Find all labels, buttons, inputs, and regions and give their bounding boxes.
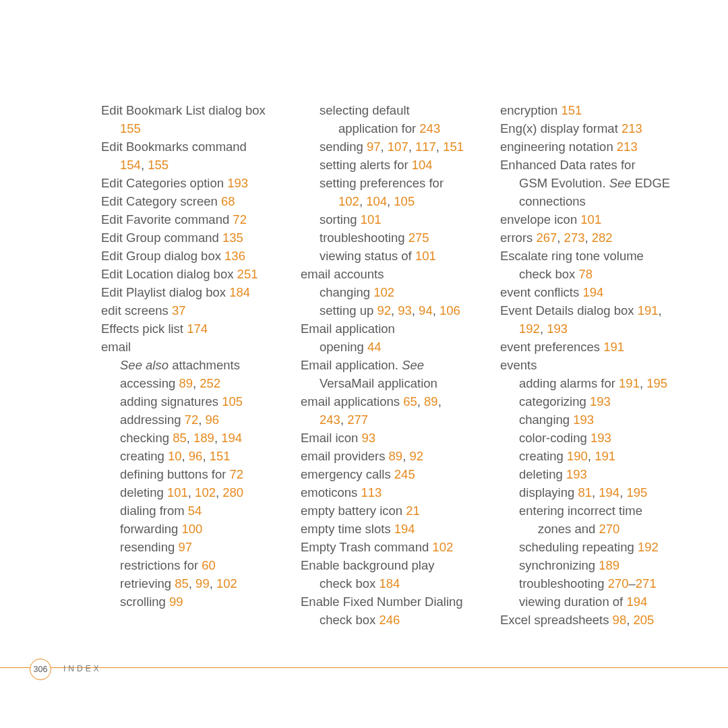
page-ref[interactable]: 191 [619, 376, 640, 390]
page-ref[interactable]: 101 [580, 212, 601, 226]
page-ref[interactable]: 275 [408, 231, 429, 245]
page-ref[interactable]: 85 [173, 431, 187, 445]
page-ref[interactable]: 106 [439, 303, 460, 317]
page-ref[interactable]: 135 [222, 231, 243, 245]
page-ref[interactable]: 99 [169, 595, 183, 609]
page-ref[interactable]: 270 [599, 522, 620, 536]
page-ref[interactable]: 78 [578, 267, 593, 281]
page-ref[interactable]: 113 [361, 485, 382, 499]
page-ref[interactable]: 191 [638, 303, 659, 317]
page-ref[interactable]: 213 [617, 140, 638, 154]
page-ref[interactable]: 97 [178, 540, 192, 554]
page-ref[interactable]: 81 [578, 485, 592, 499]
page-ref[interactable]: 282 [592, 231, 613, 245]
page-ref[interactable]: 191 [595, 449, 615, 463]
page-ref[interactable]: 195 [626, 485, 647, 499]
page-ref[interactable]: 104 [412, 158, 433, 172]
page-ref[interactable]: 194 [626, 595, 647, 609]
page-ref[interactable]: 89 [389, 449, 403, 463]
page-ref[interactable]: 92 [377, 303, 391, 317]
page-ref[interactable]: 68 [221, 194, 235, 208]
page-ref[interactable]: 60 [202, 558, 216, 572]
page-ref[interactable]: 107 [388, 140, 408, 154]
page-ref[interactable]: 154 [120, 158, 141, 172]
page-ref[interactable]: 246 [379, 613, 400, 627]
page-ref[interactable]: 102 [338, 194, 359, 208]
page-ref[interactable]: 213 [621, 121, 642, 135]
page-ref[interactable]: 10 [168, 449, 182, 463]
page-ref[interactable]: 245 [394, 467, 415, 481]
page-ref[interactable]: 270 [608, 576, 629, 590]
page-ref[interactable]: 54 [188, 504, 202, 518]
page-ref[interactable]: 101 [361, 212, 382, 226]
page-ref[interactable]: 280 [222, 485, 243, 499]
page-ref[interactable]: 193 [590, 394, 611, 408]
page-ref[interactable]: 184 [229, 285, 250, 299]
page-ref[interactable]: 151 [443, 140, 464, 154]
page-ref[interactable]: 37 [172, 303, 186, 317]
page-ref[interactable]: 192 [519, 322, 540, 336]
page-ref[interactable]: 193 [227, 176, 248, 190]
page-ref[interactable]: 98 [613, 613, 627, 627]
page-ref[interactable]: 251 [237, 267, 258, 281]
page-ref[interactable]: 94 [419, 303, 433, 317]
page-ref[interactable]: 205 [633, 613, 654, 627]
page-ref[interactable]: 72 [230, 467, 244, 481]
page-ref[interactable]: 72 [233, 212, 247, 226]
page-ref[interactable]: 252 [200, 376, 220, 390]
page-ref[interactable]: 189 [599, 558, 619, 572]
page-ref[interactable]: 184 [379, 576, 400, 590]
page-ref[interactable]: 243 [320, 413, 340, 427]
page-ref[interactable]: 191 [603, 340, 624, 354]
page-ref[interactable]: 102 [195, 485, 216, 499]
page-ref[interactable]: 102 [373, 285, 394, 299]
page-ref[interactable]: 193 [547, 322, 568, 336]
page-ref[interactable]: 277 [347, 413, 368, 427]
page-ref[interactable]: 96 [206, 413, 220, 427]
page-ref[interactable]: 105 [222, 394, 243, 408]
page-ref[interactable]: 92 [409, 449, 423, 463]
page-ref[interactable]: 193 [590, 431, 611, 445]
page-ref[interactable]: 85 [175, 576, 189, 590]
page-ref[interactable]: 93 [361, 431, 375, 445]
page-ref[interactable]: 194 [221, 431, 242, 445]
page-ref[interactable]: 99 [195, 576, 210, 590]
page-ref[interactable]: 192 [638, 540, 659, 554]
page-ref[interactable]: 189 [193, 431, 214, 445]
page-ref[interactable]: 151 [562, 103, 582, 117]
page-ref[interactable]: 273 [564, 231, 585, 245]
page-ref[interactable]: 65 [403, 394, 417, 408]
page-ref[interactable]: 89 [179, 376, 193, 390]
page-ref[interactable]: 194 [582, 285, 603, 299]
page-ref[interactable]: 93 [398, 303, 412, 317]
page-ref[interactable]: 243 [419, 121, 440, 135]
page-ref[interactable]: 193 [566, 467, 587, 481]
page-ref[interactable]: 155 [148, 158, 169, 172]
page-ref[interactable]: 193 [573, 413, 594, 427]
index-text: Email application. [301, 358, 402, 372]
page-ref[interactable]: 100 [182, 522, 203, 536]
page-ref[interactable]: 101 [415, 249, 436, 263]
page-ref[interactable]: 194 [394, 522, 415, 536]
page-ref[interactable]: 136 [224, 249, 245, 263]
page-ref[interactable]: 104 [366, 194, 387, 208]
page-ref[interactable]: 101 [167, 485, 188, 499]
page-ref[interactable]: 97 [367, 140, 381, 154]
page-ref[interactable]: 267 [536, 231, 557, 245]
page-ref[interactable]: 89 [424, 394, 438, 408]
page-ref[interactable]: 21 [406, 504, 420, 518]
page-ref[interactable]: 117 [415, 140, 436, 154]
page-ref[interactable]: 102 [432, 540, 453, 554]
page-ref[interactable]: 190 [567, 449, 588, 463]
page-ref[interactable]: 96 [189, 449, 203, 463]
page-ref[interactable]: 105 [394, 194, 415, 208]
page-ref[interactable]: 155 [120, 121, 141, 135]
page-ref[interactable]: 102 [216, 576, 237, 590]
page-ref[interactable]: 151 [210, 449, 231, 463]
page-ref[interactable]: 44 [367, 340, 382, 354]
page-ref[interactable]: 194 [599, 485, 619, 499]
page-ref[interactable]: 195 [646, 376, 667, 390]
page-ref[interactable]: 174 [187, 322, 208, 336]
page-ref[interactable]: 271 [636, 576, 657, 590]
page-ref[interactable]: 72 [185, 413, 199, 427]
